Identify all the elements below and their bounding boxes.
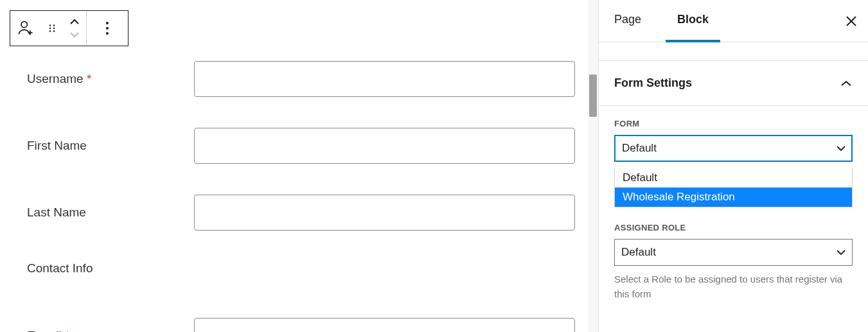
role-help-text: Select a Role to be assigned to users th… (614, 272, 853, 301)
svg-point-10 (106, 27, 109, 30)
svg-point-5 (49, 28, 51, 30)
svg-point-0 (21, 22, 27, 28)
svg-point-8 (53, 30, 55, 32)
last-name-input[interactable] (194, 195, 575, 231)
close-sidebar-button[interactable] (840, 10, 863, 33)
required-asterisk: * (87, 72, 91, 85)
editor-canvas: Username * First Name Last Name Contact … (0, 0, 588, 332)
form-select-label: FORM (614, 119, 853, 128)
scrollbar-track[interactable] (588, 0, 598, 332)
svg-point-4 (53, 24, 55, 26)
role-select-label: ASSIGNED ROLE (614, 223, 853, 232)
more-options-icon[interactable] (87, 11, 128, 46)
settings-sidebar: Page Block Form Settings FORM Default De… (598, 0, 868, 332)
section-heading-contact-info: Contact Info (27, 261, 194, 275)
form-select[interactable]: Default (614, 135, 853, 162)
panel-form-settings-header[interactable]: Form Settings (599, 60, 868, 106)
form-select-dropdown: Default Wholesale Registration (614, 168, 853, 207)
role-select-value: Default (621, 246, 656, 259)
block-toolbar (10, 10, 128, 46)
form-select-value: Default (622, 142, 657, 155)
tab-block[interactable]: Block (666, 0, 720, 42)
svg-point-11 (106, 32, 109, 35)
sidebar-tabs: Page Block (599, 0, 868, 42)
chevron-up-icon (840, 80, 853, 87)
drag-handle-icon[interactable] (41, 11, 63, 46)
scrollbar-thumb[interactable] (589, 74, 597, 117)
svg-point-9 (106, 22, 109, 24)
field-label-email: E-mail * (27, 329, 194, 332)
field-label-last-name: Last Name (27, 205, 194, 220)
first-name-input[interactable] (194, 128, 575, 164)
svg-point-6 (53, 28, 55, 30)
registration-form-block: Username * First Name Last Name Contact … (0, 6, 588, 332)
panel-form-settings-body: FORM Default Default Wholesale Registrat… (599, 106, 868, 314)
role-select[interactable]: Default (614, 239, 853, 266)
form-option-default[interactable]: Default (615, 168, 852, 188)
email-input[interactable] (194, 318, 575, 332)
field-label-first-name: First Name (27, 139, 194, 153)
username-input[interactable] (194, 61, 575, 97)
svg-point-7 (49, 30, 51, 32)
block-type-icon[interactable] (10, 11, 41, 46)
form-option-wholesale-registration[interactable]: Wholesale Registration (615, 188, 852, 207)
svg-point-3 (49, 24, 51, 26)
move-up-icon[interactable] (63, 15, 86, 28)
panel-title: Form Settings (614, 76, 692, 90)
move-down-icon[interactable] (63, 28, 86, 41)
required-asterisk: * (65, 329, 69, 332)
tab-page[interactable]: Page (612, 0, 644, 42)
field-label-username: Username * (27, 72, 194, 86)
